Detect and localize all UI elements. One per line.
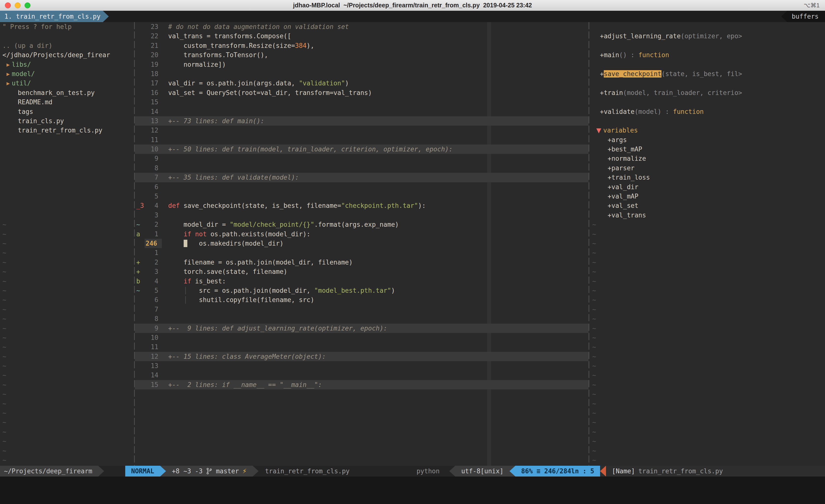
zoom-button[interactable] (24, 2, 30, 8)
code-line[interactable] (135, 446, 589, 455)
tree-file-item[interactable]: benchmark_on_test.py (0, 88, 134, 97)
sign-column-cell (135, 192, 145, 201)
code-line[interactable]: a1 if not os.path.exists(model_dir): (135, 230, 589, 239)
code-line[interactable]: 246 os.makedirs(model_dir) (135, 239, 589, 248)
tree-dir-item[interactable]: ▸ libs/ (0, 60, 134, 69)
code-line[interactable]: _34def save_checkpoint(state, is_best, f… (135, 201, 589, 210)
code-line[interactable]: 10 (135, 333, 589, 342)
code-line[interactable]: 20 transforms.ToTensor(), (135, 50, 589, 60)
code-line[interactable]: +3 torch.save(state, filename) (135, 267, 589, 276)
code-line[interactable] (135, 427, 589, 436)
sign-column-cell (135, 50, 145, 60)
tilde-marker: ~ (592, 428, 596, 435)
code-text (162, 154, 589, 163)
code-line[interactable]: 6 │ shutil.copyfile(filename, src) (135, 295, 589, 305)
tree-dir-item[interactable]: ▸ util/ (0, 79, 134, 88)
line-number: 15 (145, 380, 162, 390)
empty-line-tilde: ~ (0, 286, 134, 295)
code-line[interactable]: ~2 model_dir = "model/check_point/{}".fo… (135, 220, 589, 229)
code-line[interactable]: 17val_dir = os.path.join(args.data, "val… (135, 79, 589, 88)
code-text: filename = os.path.join(model_dir, filen… (162, 258, 589, 267)
code-line[interactable]: 9 (135, 154, 589, 163)
tree-dir-item[interactable]: ▸ model/ (0, 69, 134, 79)
nerdtree-panel[interactable]: " Press ? for help.. (up a dir)</jdhao/P… (0, 22, 134, 466)
code-text (162, 455, 589, 465)
folded-line[interactable]: 15+-- 2 lines: if __name__ == "__main__"… (135, 380, 589, 390)
tag-signature: (model) (634, 108, 662, 115)
line-number: 1 (145, 248, 162, 257)
tree-file-item[interactable]: README.md (0, 97, 134, 107)
code-line[interactable]: 21 custom_transform.Resize(size=384), (135, 41, 589, 50)
folded-line[interactable]: 7+-- 35 lines: def validate(model): (135, 173, 589, 182)
code-line[interactable]: 3 (135, 211, 589, 220)
code-line[interactable]: 11 (135, 135, 589, 145)
code-line[interactable] (135, 408, 589, 418)
code-text (162, 418, 589, 427)
code-line[interactable]: 11 (135, 342, 589, 352)
tag-item[interactable]: +validate(model) : function (592, 107, 825, 116)
tag-item[interactable]: +main() : function (592, 50, 825, 60)
code-line[interactable] (135, 455, 589, 465)
tag-variable-item[interactable]: +args (592, 135, 825, 145)
tag-variable-item[interactable]: +val_mAP (592, 192, 825, 201)
editor-panel[interactable]: 23# do not do data augmentation on valid… (135, 22, 589, 466)
code-line[interactable]: 6 (135, 182, 589, 192)
powerline-separator-icon (98, 466, 104, 477)
tag-variable-item[interactable]: +train_loss (592, 173, 825, 182)
code-line[interactable]: 14 (135, 370, 589, 380)
code-line[interactable] (135, 390, 589, 399)
folded-line[interactable]: 13+-- 73 lines: def main(): (135, 116, 589, 125)
code-line[interactable]: 12 (135, 125, 589, 135)
code-line[interactable]: 1 (135, 248, 589, 257)
code-line[interactable]: 22val_trans = transforms.Compose([ (135, 31, 589, 41)
tag-item[interactable]: +train(model, train_loader, criterio> (592, 88, 825, 97)
tree-file-item[interactable]: train_retr_from_cls.py (0, 125, 134, 135)
code-line[interactable]: +2 filename = os.path.join(model_dir, fi… (135, 258, 589, 267)
folded-line[interactable]: 10+-- 50 lines: def train(model, train_l… (135, 145, 589, 154)
tag-kind-header[interactable]: ▼ variables (592, 125, 825, 135)
code-line[interactable] (135, 418, 589, 427)
code-text: val_dir = os.path.join(args.data, "valid… (162, 79, 589, 88)
sign-column-cell (135, 436, 145, 446)
minimize-button[interactable] (15, 2, 21, 8)
code-line[interactable]: 14 (135, 107, 589, 116)
folded-line[interactable]: 9+-- 9 lines: def adjust_learning_rate(o… (135, 324, 589, 333)
tagbar-panel[interactable]: +adjust_learning_rate(optimizer, epo> +m… (589, 22, 825, 466)
code-line[interactable]: 7 (135, 305, 589, 314)
code-line[interactable]: 18 (135, 69, 589, 79)
code-line[interactable] (135, 436, 589, 446)
code-line[interactable]: 15 (135, 97, 589, 107)
tag-kind: function (673, 108, 704, 115)
code-line[interactable]: 13 (135, 361, 589, 370)
code-text: # do not do data augmentation on validat… (162, 22, 589, 31)
nerdtree-statusline: ~/Projects/deep_firearm (0, 466, 98, 477)
code-line[interactable] (135, 399, 589, 408)
close-button[interactable] (5, 2, 11, 8)
tag-variable-item[interactable]: +best_mAP (592, 145, 825, 154)
code-line[interactable]: 19 normalize]) (135, 60, 589, 69)
tag-variable-item[interactable]: +val_trans (592, 211, 825, 220)
tag-variable-item[interactable]: +val_dir (592, 182, 825, 192)
code-line[interactable]: 5 (135, 192, 589, 201)
code-line[interactable]: b4 if is_best: (135, 276, 589, 286)
tree-root-path[interactable]: </jdhao/Projects/deep_firear (0, 50, 134, 60)
line-number: 13 (145, 361, 162, 370)
code-line[interactable]: 23# do not do data augmentation on valid… (135, 22, 589, 31)
tag-variable-item[interactable]: +normalize (592, 154, 825, 163)
code-line[interactable]: 8 (135, 314, 589, 323)
empty-line-tilde: ~ (0, 370, 134, 380)
code-line[interactable]: 8 (135, 163, 589, 173)
tag-variable-item[interactable]: +parser (592, 163, 825, 173)
folded-line[interactable]: 12+-- 15 lines: class AverageMeter(objec… (135, 352, 589, 361)
empty-line-tilde: ~ (592, 399, 825, 408)
tree-file-item[interactable]: tags (0, 107, 134, 116)
buffer-tab[interactable]: 1. train_retr_from_cls.py (0, 11, 103, 22)
code-text: │ shutil.copyfile(filename, src) (162, 295, 589, 305)
tilde-marker: ~ (592, 249, 596, 256)
tag-item[interactable]: +adjust_learning_rate(optimizer, epo> (592, 31, 825, 41)
code-line[interactable]: 16val_set = QuerySet(root=val_dir, trans… (135, 88, 589, 97)
tag-variable-item[interactable]: +val_set (592, 201, 825, 210)
code-line[interactable]: ~5 │ src = os.path.join(model_dir, "mode… (135, 286, 589, 295)
tag-item[interactable]: +save_checkpoint(state, is_best, fil> (592, 69, 825, 79)
tree-file-item[interactable]: train_cls.py (0, 116, 134, 125)
